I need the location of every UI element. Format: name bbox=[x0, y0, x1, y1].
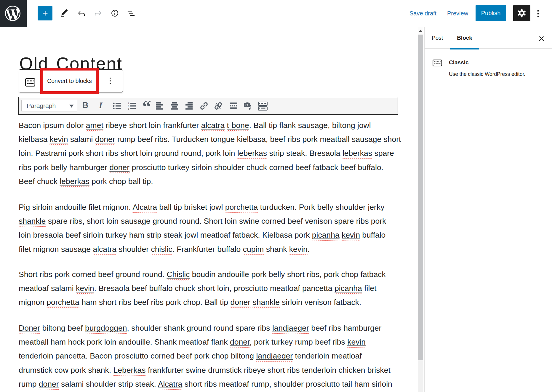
svg-text:3: 3 bbox=[128, 107, 129, 110]
